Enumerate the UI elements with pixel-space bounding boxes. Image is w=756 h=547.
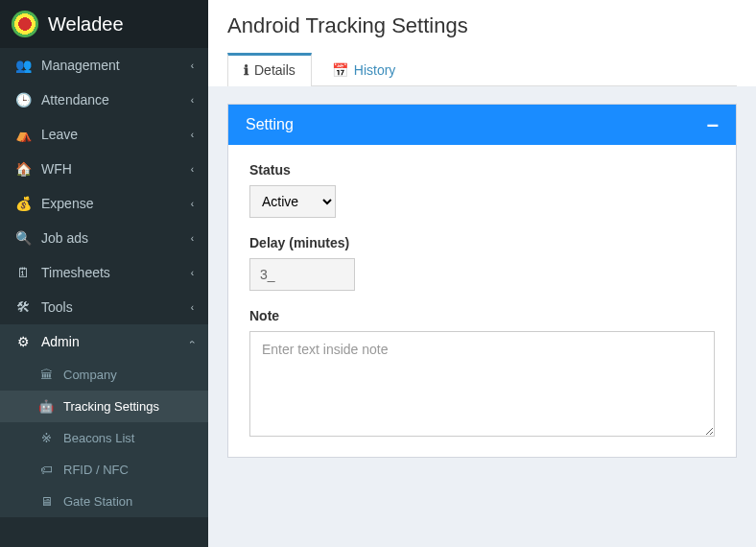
search-icon: 🔍 bbox=[14, 230, 32, 246]
chevron-left-icon: ‹ bbox=[191, 199, 194, 209]
page-header: Android Tracking Settings ℹ Details 📅 Hi… bbox=[208, 0, 756, 86]
chevron-left-icon: ‹ bbox=[191, 95, 194, 106]
users-icon: 👥 bbox=[14, 58, 32, 73]
note-label: Note bbox=[249, 308, 715, 323]
tab-label: History bbox=[354, 62, 396, 78]
sidebar-item-expense[interactable]: 💰 Expense ‹ bbox=[0, 186, 208, 221]
status-select[interactable]: Active bbox=[249, 185, 336, 218]
chevron-left-icon: ‹ bbox=[191, 233, 194, 244]
sidebar-item-admin[interactable]: ⚙ Admin ‹ bbox=[0, 324, 208, 359]
note-textarea[interactable] bbox=[249, 331, 715, 437]
settings-panel: Setting – Status Active Delay (minutes) … bbox=[227, 104, 737, 458]
tab-label: Details bbox=[254, 62, 295, 78]
gear-icon: ⚙ bbox=[14, 334, 32, 349]
tent-icon: ⛺ bbox=[14, 127, 32, 142]
submenu-item-company[interactable]: 🏛 Company bbox=[0, 359, 208, 391]
collapse-icon[interactable]: – bbox=[707, 118, 719, 131]
chevron-left-icon: ‹ bbox=[191, 60, 194, 71]
sidebar-item-attendance[interactable]: 🕒 Attendance ‹ bbox=[0, 83, 208, 117]
info-icon: ℹ bbox=[244, 62, 248, 78]
bluetooth-icon: ※ bbox=[38, 431, 54, 445]
sidebar-item-label: Expense bbox=[41, 196, 93, 211]
page-title: Android Tracking Settings bbox=[227, 13, 737, 38]
money-icon: 💰 bbox=[14, 196, 32, 211]
clock-icon: 🕒 bbox=[14, 92, 32, 107]
submenu-item-label: Gate Station bbox=[63, 494, 132, 509]
brand[interactable]: Weladee bbox=[0, 0, 208, 48]
submenu-item-rfid[interactable]: 🏷 RFID / NFC bbox=[0, 454, 208, 486]
chevron-down-icon: ‹ bbox=[187, 340, 198, 343]
android-icon: 🤖 bbox=[38, 399, 54, 414]
tag-icon: 🏷 bbox=[38, 463, 54, 477]
chevron-left-icon: ‹ bbox=[191, 164, 194, 175]
sidebar-item-label: Management bbox=[41, 58, 120, 73]
submenu-item-label: RFID / NFC bbox=[63, 463, 129, 477]
note-group: Note bbox=[249, 308, 715, 440]
sidebar-item-label: WFH bbox=[41, 161, 72, 177]
panel-body: Status Active Delay (minutes) Note bbox=[228, 145, 736, 457]
delay-group: Delay (minutes) bbox=[249, 235, 715, 291]
status-label: Status bbox=[249, 162, 715, 178]
calendar-icon: 🗓 bbox=[14, 265, 32, 280]
sidebar-item-wfh[interactable]: 🏠 WFH ‹ bbox=[0, 152, 208, 186]
status-group: Status Active bbox=[249, 162, 715, 218]
sidebar: Weladee 👥 Management ‹ 🕒 Attendance ‹ ⛺ … bbox=[0, 0, 208, 547]
brand-logo-icon bbox=[12, 11, 38, 37]
sidebar-item-management[interactable]: 👥 Management ‹ bbox=[0, 48, 208, 83]
home-icon: 🏠 bbox=[14, 161, 32, 177]
chevron-left-icon: ‹ bbox=[191, 268, 194, 278]
delay-input[interactable] bbox=[249, 258, 355, 291]
content-area: Setting – Status Active Delay (minutes) … bbox=[208, 86, 756, 475]
delay-label: Delay (minutes) bbox=[249, 235, 715, 250]
panel-title: Setting bbox=[246, 116, 294, 133]
submenu-item-tracking-settings[interactable]: 🤖 Tracking Settings bbox=[0, 391, 208, 422]
submenu-item-label: Tracking Settings bbox=[63, 399, 159, 414]
main-content: Android Tracking Settings ℹ Details 📅 Hi… bbox=[208, 0, 756, 547]
submenu-item-label: Beacons List bbox=[63, 431, 134, 445]
sidebar-item-label: Leave bbox=[41, 127, 78, 142]
submenu-item-beacons[interactable]: ※ Beacons List bbox=[0, 422, 208, 454]
sidebar-item-label: Tools bbox=[41, 299, 73, 315]
sidebar-item-job-ads[interactable]: 🔍 Job ads ‹ bbox=[0, 221, 208, 255]
chevron-left-icon: ‹ bbox=[191, 130, 194, 140]
sidebar-menu: 👥 Management ‹ 🕒 Attendance ‹ ⛺ Leave ‹ … bbox=[0, 48, 208, 517]
submenu-item-gate-station[interactable]: 🖥 Gate Station bbox=[0, 486, 208, 517]
chevron-left-icon: ‹ bbox=[191, 302, 194, 313]
panel-header[interactable]: Setting – bbox=[228, 105, 736, 145]
bank-icon: 🏛 bbox=[38, 368, 54, 382]
brand-name: Weladee bbox=[48, 13, 124, 36]
sidebar-item-timesheets[interactable]: 🗓 Timesheets ‹ bbox=[0, 255, 208, 290]
submenu-item-label: Company bbox=[63, 368, 117, 382]
sidebar-item-label: Admin bbox=[41, 334, 80, 349]
calendar-icon: 📅 bbox=[332, 62, 348, 78]
tools-icon: 🛠 bbox=[14, 299, 32, 315]
sidebar-item-tools[interactable]: 🛠 Tools ‹ bbox=[0, 290, 208, 324]
sidebar-item-label: Attendance bbox=[41, 92, 109, 107]
tab-history[interactable]: 📅 History bbox=[316, 53, 413, 86]
sidebar-item-label: Job ads bbox=[41, 230, 88, 246]
tab-details[interactable]: ℹ Details bbox=[227, 53, 312, 86]
admin-submenu: 🏛 Company 🤖 Tracking Settings ※ Beacons … bbox=[0, 359, 208, 517]
monitor-icon: 🖥 bbox=[38, 494, 54, 509]
tabs: ℹ Details 📅 History bbox=[227, 52, 737, 86]
sidebar-item-leave[interactable]: ⛺ Leave ‹ bbox=[0, 117, 208, 152]
sidebar-item-label: Timesheets bbox=[41, 265, 110, 280]
